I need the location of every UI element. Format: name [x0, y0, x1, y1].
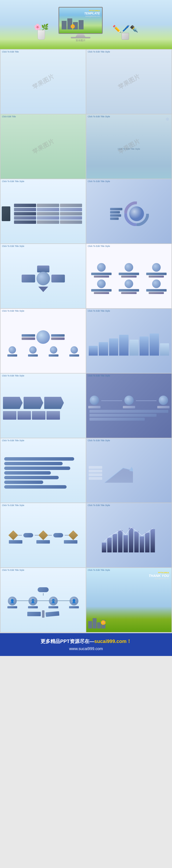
hbar-5 [4, 476, 59, 479]
footer-main-text: 更多精品PPT资源尽在—sucai999.com！ [2, 638, 170, 645]
diagram-row-2 [14, 208, 82, 211]
slide-13[interactable]: Click To Edit Title Style [0, 438, 86, 503]
svg-rect-12 [135, 531, 139, 552]
footer-prefix: 更多精品PPT资源尽在— [40, 639, 94, 644]
brand-url: www.pptkorea.com [84, 15, 100, 17]
connector-line-2 [136, 401, 157, 401]
arrow-row-2 [3, 411, 83, 420]
slide-13-content [0, 443, 86, 503]
ball-item-5 [116, 280, 142, 294]
monitor-label: 宣传图片 [56, 39, 105, 42]
brand-name: PPTKOREA [84, 9, 100, 12]
slide-6-content [86, 184, 172, 243]
slide-15-title: Click To Edit Title Style [2, 504, 24, 506]
x-diagram [21, 265, 65, 292]
svg-rect-15 [151, 529, 155, 552]
h-connector [15, 600, 72, 601]
watermark-1: 苹果图片 [31, 72, 55, 91]
hbar-6 [4, 480, 43, 484]
bar-1 [89, 346, 98, 355]
monitor-screen: 🌼 PPTKOREA TEMPLATE www.pptkorea.com [58, 7, 103, 34]
flower-icon: 🌼 [70, 24, 75, 29]
left-labels [89, 466, 102, 480]
child-node-1: 👤 [8, 596, 17, 606]
slide-15[interactable]: Click To Edit Title Style [0, 503, 86, 567]
circle-3 [159, 396, 168, 405]
hbars-diagram [0, 455, 86, 491]
monitor-display: 🌼 PPTKOREA TEMPLATE www.pptkorea.com 宣传图… [56, 7, 105, 42]
svg-rect-7 [107, 538, 112, 552]
svg-rect-8 [113, 534, 117, 552]
slide-9[interactable]: Click To Edit Title Style [0, 309, 86, 373]
slide-15-content [0, 508, 86, 567]
slide-10-content [86, 314, 172, 373]
x-arm-left [22, 275, 35, 282]
slide-11[interactable]: Click To Edit Title Style [0, 373, 86, 438]
small-block-3 [32, 411, 46, 420]
small-block-2 [18, 411, 31, 420]
pencils-icon: ✏️🖊️✒️ [113, 25, 138, 33]
slide-17-content: 👤 👤 👤 [0, 573, 86, 632]
balance-right [46, 611, 59, 617]
slide-4[interactable]: Click To Edit Title Style ❄ 苹果图片 Click T… [86, 114, 172, 179]
slide-5[interactable]: Click To Edit Title Style [0, 179, 86, 243]
balance-pole [42, 610, 45, 618]
slide-8[interactable]: Click To Edit Title Style [86, 244, 172, 308]
root-node [37, 587, 49, 592]
slide-7[interactable]: Click To Edit Title Style [0, 244, 86, 308]
slide-6[interactable]: Click To Edit Title Style [86, 179, 172, 243]
screen-branding: PPTKOREA TEMPLATE www.pptkorea.com [84, 9, 100, 17]
slide-9-title: Click To Edit Title Style [2, 310, 24, 312]
hbar-2 [4, 462, 63, 465]
tree-connector [43, 593, 44, 596]
bar-4 [119, 335, 128, 355]
slide-13-title: Click To Edit Title Style [2, 439, 24, 442]
footer-highlight: sucai999.com！ [94, 639, 132, 644]
right-bars [51, 334, 65, 340]
x-arm-bottom [38, 287, 48, 292]
slide-3[interactable]: Click Edit Title 苹果图片 [0, 114, 86, 179]
vase-body [37, 30, 45, 40]
flow-diagram [0, 530, 86, 546]
arrow-blocks-diagram [0, 394, 86, 422]
diagram-row-5 [14, 220, 82, 224]
connected-diagram [86, 394, 172, 423]
vase-decoration: 🌸🌿 [34, 24, 49, 40]
arrow-block-1 [3, 397, 23, 409]
slide-16-title: Click To Edit Title Style [88, 504, 110, 506]
small-block-4 [47, 411, 60, 420]
slide-18[interactable]: Click To Edit Title Style PPTKOREA THANK… [86, 568, 172, 632]
slide-5-content [0, 184, 86, 243]
slide-17[interactable]: Click To Edit Title Style 👤 [0, 568, 86, 632]
thankyou-brand: PPTKOREA [149, 571, 169, 574]
connector-line-1 [101, 401, 122, 401]
arrow-block-2 [24, 397, 43, 409]
slide-1[interactable]: Click To Edit Title 苹果图片 [0, 50, 86, 114]
slide-12[interactable]: Click To Edit Title Style [86, 373, 172, 438]
x-arm-top [37, 266, 49, 272]
bar-3 [109, 338, 118, 355]
ball-item-6 [143, 280, 169, 294]
child-node-2: 👤 [29, 596, 37, 606]
slide-2[interactable]: Click To Edit Title Style 苹果图片 [86, 50, 172, 114]
children-row: 👤 👤 👤 [2, 596, 84, 608]
bottom-balls-row [2, 346, 84, 356]
flow-box-1 [9, 540, 22, 544]
slide-12-title: Click To Edit Title Style [88, 374, 110, 377]
slide-16[interactable]: Click To Edit Title Style [86, 503, 172, 567]
slide-10[interactable]: Click To Edit Title Style [86, 309, 172, 373]
ball-item-2 [116, 263, 142, 278]
diagram-row-4 [14, 216, 82, 220]
slide-8-title: Click To Edit Title Style [88, 245, 110, 247]
slide-11-title: Click To Edit Title Style [2, 374, 24, 377]
monitor-stand [76, 34, 86, 37]
circle-2 [124, 396, 134, 405]
svg-rect-11 [129, 528, 134, 552]
main-ball [36, 330, 50, 344]
slide-14[interactable]: Click To Edit Title Style [86, 438, 172, 503]
small-block-1 [3, 411, 17, 420]
flow-oval-1 [23, 533, 33, 537]
bar-2 [99, 342, 108, 355]
slide-6-title: Click To Edit Title Style [88, 180, 110, 183]
template-label: TEMPLATE [84, 12, 100, 15]
